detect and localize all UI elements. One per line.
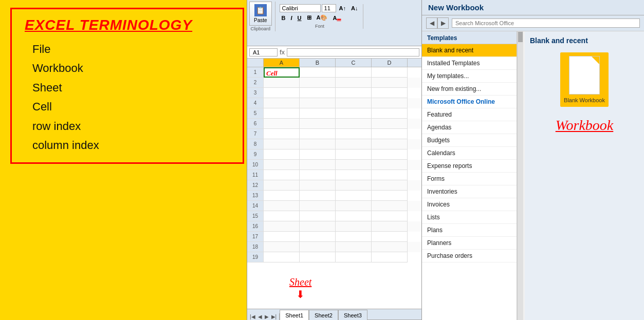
cell[interactable]	[300, 88, 336, 98]
cell[interactable]	[264, 180, 300, 191]
cell[interactable]	[264, 98, 300, 108]
font-grow-button[interactable]: A↑	[337, 4, 348, 12]
cell[interactable]	[372, 211, 408, 221]
cell-a1[interactable]: Cell	[264, 67, 300, 78]
template-item-budgets[interactable]: Budgets	[422, 134, 517, 147]
cell[interactable]	[336, 119, 372, 129]
cell[interactable]	[300, 108, 336, 119]
template-item-my-templates[interactable]: My templates...	[422, 70, 517, 83]
cell[interactable]	[336, 78, 372, 88]
template-item-online[interactable]: Microsoft Office Online	[422, 96, 517, 108]
cell[interactable]	[372, 191, 408, 201]
italic-button[interactable]: I	[289, 14, 295, 22]
bold-button[interactable]: B	[280, 14, 288, 22]
tab-prev-button[interactable]: ◀	[257, 313, 263, 320]
cell[interactable]	[264, 201, 300, 211]
template-item-plans[interactable]: Plans	[422, 224, 517, 237]
cell[interactable]	[300, 180, 336, 191]
cell[interactable]	[372, 139, 408, 149]
template-item-expense-reports[interactable]: Expense reports	[422, 160, 517, 173]
font-name-input[interactable]	[280, 4, 321, 12]
cell[interactable]	[300, 98, 336, 108]
tab-sheet2[interactable]: Sheet2	[309, 310, 338, 320]
cell[interactable]	[264, 129, 300, 139]
cell[interactable]	[336, 191, 372, 201]
paste-button[interactable]: 📋 Paste	[249, 2, 272, 26]
cell[interactable]	[264, 232, 300, 242]
template-item-blank-recent[interactable]: Blank and recent	[422, 44, 517, 57]
formula-input[interactable]	[287, 48, 419, 57]
cell[interactable]	[336, 129, 372, 139]
cell[interactable]	[372, 98, 408, 108]
forward-button[interactable]: ▶	[437, 17, 449, 29]
tab-sheet1[interactable]: Sheet1	[280, 310, 309, 320]
cell[interactable]	[264, 242, 300, 252]
underline-button[interactable]: U	[296, 14, 304, 22]
cell[interactable]	[336, 201, 372, 211]
blank-workbook-item[interactable]: Blank Workbook	[560, 52, 609, 107]
template-item-planners[interactable]: Planners	[422, 237, 517, 250]
cell[interactable]	[300, 78, 336, 88]
templates-scrollbar[interactable]	[517, 31, 523, 320]
template-item-inventories[interactable]: Inventories	[422, 185, 517, 198]
cell[interactable]	[264, 252, 300, 262]
cell[interactable]	[372, 180, 408, 191]
cell[interactable]	[372, 119, 408, 129]
template-item-new-from-existing[interactable]: New from existing...	[422, 83, 517, 96]
template-item-forms[interactable]: Forms	[422, 173, 517, 185]
cell[interactable]	[336, 221, 372, 232]
cell[interactable]	[336, 211, 372, 221]
cell[interactable]	[372, 252, 408, 262]
cell[interactable]	[372, 201, 408, 211]
cell[interactable]	[300, 242, 336, 252]
cell[interactable]	[336, 232, 372, 242]
template-item-purchase-orders[interactable]: Purchase orders	[422, 250, 517, 262]
cell[interactable]	[372, 78, 408, 88]
cell[interactable]	[336, 252, 372, 262]
tab-first-button[interactable]: |◀	[249, 313, 256, 320]
cell[interactable]	[336, 170, 372, 180]
fill-color-button[interactable]: A🎨	[315, 13, 330, 22]
tab-last-button[interactable]: ▶|	[270, 313, 278, 320]
cell[interactable]	[300, 149, 336, 160]
cell[interactable]	[264, 191, 300, 201]
cell[interactable]	[336, 149, 372, 160]
col-header-b[interactable]: B	[300, 59, 336, 67]
cell[interactable]	[264, 160, 300, 170]
cell[interactable]	[372, 149, 408, 160]
cell[interactable]	[300, 160, 336, 170]
col-header-a[interactable]: A	[264, 59, 300, 67]
cell[interactable]	[300, 201, 336, 211]
cell[interactable]	[372, 221, 408, 232]
tab-sheet3[interactable]: Sheet3	[338, 310, 367, 320]
template-item-installed[interactable]: Installed Templates	[422, 57, 517, 70]
cell[interactable]	[300, 119, 336, 129]
search-input[interactable]	[452, 18, 640, 28]
borders-button[interactable]: ⊞	[305, 13, 314, 22]
cell[interactable]	[336, 139, 372, 149]
cell[interactable]	[264, 211, 300, 221]
template-item-lists[interactable]: Lists	[422, 211, 517, 224]
template-item-invoices[interactable]: Invoices	[422, 198, 517, 211]
cell[interactable]	[264, 78, 300, 88]
cell[interactable]	[336, 108, 372, 119]
cell[interactable]	[372, 170, 408, 180]
cell[interactable]	[372, 129, 408, 139]
cell-reference-box[interactable]	[249, 48, 278, 57]
cell-d1[interactable]	[372, 67, 408, 78]
cell-b1[interactable]	[300, 67, 336, 78]
cell-c1[interactable]	[336, 67, 372, 78]
cell[interactable]	[336, 242, 372, 252]
font-color-button[interactable]: A▬	[331, 14, 343, 22]
cell[interactable]	[336, 160, 372, 170]
cell[interactable]	[372, 160, 408, 170]
back-button[interactable]: ◀	[426, 17, 437, 29]
col-header-c[interactable]: C	[336, 59, 372, 67]
cell[interactable]	[372, 108, 408, 119]
cell[interactable]	[300, 191, 336, 201]
cell[interactable]	[372, 88, 408, 98]
cell[interactable]	[300, 129, 336, 139]
template-item-featured[interactable]: Featured	[422, 108, 517, 121]
template-item-agendas[interactable]: Agendas	[422, 121, 517, 134]
cell[interactable]	[336, 88, 372, 98]
